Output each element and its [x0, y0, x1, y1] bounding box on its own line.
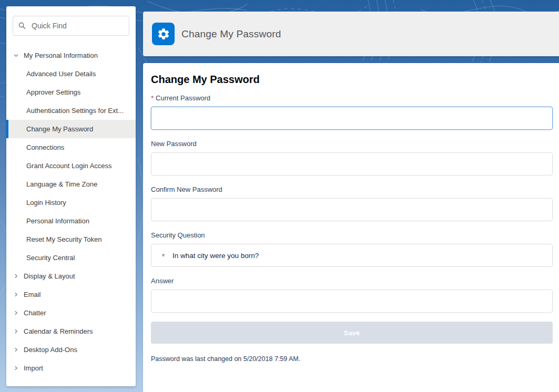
sidebar-section-label: Desktop Add-Ons [24, 346, 82, 354]
sidebar-item-grant-account-login-access[interactable]: Grant Account Login Access [6, 157, 136, 175]
sidebar-section-label: Chatter [24, 309, 50, 317]
required-marker: * [151, 94, 154, 102]
answer-label: Answer [151, 276, 553, 286]
sidebar-section-label: My Personal Information [24, 51, 102, 59]
chevron-down-icon [13, 53, 19, 58]
new-password-label: New Password [151, 139, 553, 149]
sidebar-item-personal-information[interactable]: Personal Information [6, 212, 136, 230]
security-question-select[interactable]: ▼ In what city were you born? [151, 244, 553, 267]
sidebar-section-chatter[interactable]: Chatter [6, 304, 136, 322]
chevron-right-icon [13, 347, 19, 353]
sidebar-item-approver-settings[interactable]: Approver Settings [6, 83, 136, 101]
setup-tile [152, 23, 175, 45]
page-header: Change My Password [143, 12, 559, 56]
sidebar-section-calendar-reminders[interactable]: Calendar & Reminders [6, 322, 136, 341]
sidebar-item-label: Security Central [26, 254, 79, 262]
page-title: Change My Password [181, 28, 281, 40]
quick-find-box[interactable] [13, 16, 129, 36]
sidebar-item-label: Personal Information [26, 217, 94, 225]
sidebar-item-change-my-password[interactable]: Change My Password [6, 120, 136, 138]
save-button[interactable]: Save [151, 322, 553, 344]
sidebar-item-label: Grant Account Login Access [26, 162, 116, 170]
sidebar-item-label: Language & Time Zone [26, 180, 101, 188]
sidebar-section-label: Import [24, 364, 47, 372]
sidebar-section-import[interactable]: Import [6, 359, 136, 377]
sidebar-section-my-personal-information[interactable]: My Personal Information [6, 46, 136, 65]
sidebar-item-reset-my-security-token[interactable]: Reset My Security Token [6, 230, 136, 249]
sidebar-item-label: Connections [26, 143, 68, 151]
password-last-changed-note: Password was last changed on 5/20/2018 7… [151, 355, 553, 363]
confirm-new-password-input[interactable] [151, 198, 553, 221]
sidebar-section-desktop-add-ons[interactable]: Desktop Add-Ons [6, 341, 136, 359]
label-text: Current Password [156, 94, 210, 102]
sidebar-item-login-history[interactable]: Login History [6, 193, 136, 212]
chevron-right-icon [13, 292, 19, 297]
confirm-new-password-label: Confirm New Password [151, 185, 553, 194]
search-icon [18, 22, 26, 29]
dropdown-caret-icon: ▼ [161, 253, 166, 258]
sidebar-section-display-layout[interactable]: Display & Layout [6, 267, 136, 285]
chevron-right-icon [13, 328, 19, 334]
gear-setup-icon [157, 27, 170, 41]
chevron-right-icon [13, 273, 19, 279]
sidebar-section-label: Email [24, 291, 45, 298]
sidebar-section-email[interactable]: Email [6, 285, 136, 304]
sidebar-item-label: Advanced User Details [26, 70, 100, 78]
current-password-label: *Current Password [151, 94, 553, 103]
security-question-label: Security Question [151, 231, 553, 240]
sidebar-item-security-central[interactable]: Security Central [6, 249, 136, 267]
sidebar-item-label: Authentication Settings for Ext... [26, 107, 128, 115]
sidebar-item-connections[interactable]: Connections [6, 138, 136, 157]
sidebar-item-advanced-user-details[interactable]: Advanced User Details [6, 65, 136, 83]
quick-find-input[interactable] [31, 21, 124, 30]
sidebar-section-label: Display & Layout [24, 272, 79, 280]
chevron-right-icon [13, 310, 19, 316]
sidebar-item-label: Approver Settings [26, 88, 85, 96]
security-question-value: In what city were you born? [172, 252, 259, 260]
form-heading: Change My Password [151, 73, 553, 86]
sidebar-item-label: Change My Password [26, 125, 97, 133]
answer-input[interactable] [151, 290, 553, 313]
setup-sidebar: My Personal Information Advanced User De… [6, 6, 136, 386]
chevron-right-icon [13, 365, 19, 371]
sidebar-item-authentication-settings[interactable]: Authentication Settings for Ext... [6, 101, 136, 120]
sidebar-item-label: Login History [26, 199, 70, 207]
sidebar-item-language-time-zone[interactable]: Language & Time Zone [6, 175, 136, 193]
new-password-input[interactable] [151, 152, 553, 176]
sidebar-item-label: Reset My Security Token [26, 235, 106, 243]
sidebar-section-label: Calendar & Reminders [24, 327, 97, 335]
change-password-card: Change My Password *Current Password New… [143, 63, 559, 392]
current-password-input[interactable] [151, 107, 553, 130]
